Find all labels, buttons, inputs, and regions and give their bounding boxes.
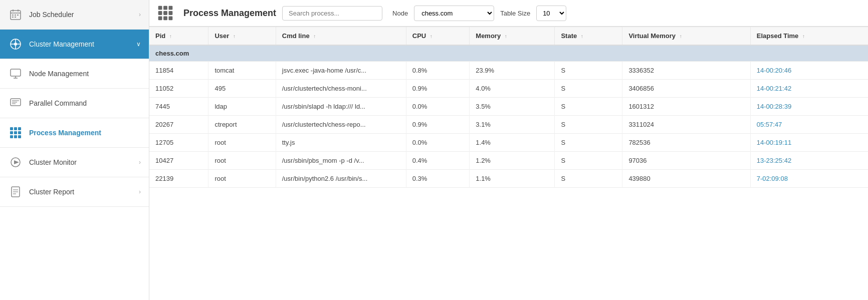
cell-cpu: 0.0% bbox=[406, 98, 470, 116]
sort-arrow-pid: ↑ bbox=[169, 34, 172, 39]
cell-virtual_memory: 782536 bbox=[622, 134, 750, 152]
cell-cmdline: /usr/clustertech/chess-moni... bbox=[276, 80, 406, 98]
chevron-down-icon: ∨ bbox=[136, 41, 141, 48]
cell-cpu: 0.9% bbox=[406, 80, 470, 98]
sidebar-item-cluster-report[interactable]: Cluster Report › bbox=[0, 177, 149, 207]
table-row[interactable]: 11052495/usr/clustertech/chess-moni...0.… bbox=[149, 80, 868, 98]
chevron-right-icon: › bbox=[139, 11, 141, 18]
svg-rect-15 bbox=[11, 69, 21, 76]
cell-elapsed_time: 05:57:47 bbox=[750, 116, 868, 134]
cell-cmdline: /usr/sbin/slapd -h ldap:/// ld... bbox=[276, 98, 406, 116]
cell-virtual_memory: 1601312 bbox=[622, 98, 750, 116]
sidebar-item-label: Cluster Report bbox=[29, 188, 74, 196]
cell-user: ctreport bbox=[208, 116, 276, 134]
sort-arrow-cmdline: ↑ bbox=[313, 34, 316, 39]
cell-pid: 10427 bbox=[149, 152, 208, 170]
cell-cpu: 0.3% bbox=[406, 170, 470, 188]
calendar-icon bbox=[8, 7, 23, 22]
topbar: Process Management Node chess.com Table … bbox=[149, 0, 868, 27]
col-header-cpu[interactable]: CPU ↑ bbox=[406, 27, 470, 45]
col-header-pid[interactable]: Pid ↑ bbox=[149, 27, 208, 45]
search-input[interactable] bbox=[282, 6, 382, 21]
sort-arrow-virtual-memory: ↑ bbox=[680, 34, 682, 39]
cell-state: S bbox=[555, 116, 622, 134]
sidebar-item-label: Job Scheduler bbox=[29, 11, 74, 19]
cell-cmdline: jsvc.exec -java-home /usr/c... bbox=[276, 62, 406, 80]
cell-elapsed_time: 14-00:28:39 bbox=[750, 98, 868, 116]
table-row[interactable]: 10427root/usr/sbin/pbs_mom -p -d /v...0.… bbox=[149, 152, 868, 170]
cell-virtual_memory: 439880 bbox=[622, 170, 750, 188]
sidebar-item-label: Cluster Monitor bbox=[29, 158, 77, 166]
col-header-cmdline[interactable]: Cmd line ↑ bbox=[276, 27, 406, 45]
table-size-label: Table Size bbox=[500, 10, 530, 17]
cell-cmdline: tty.js bbox=[276, 134, 406, 152]
cluster-icon bbox=[8, 37, 23, 52]
cell-memory: 3.5% bbox=[470, 98, 555, 116]
cell-memory: 1.4% bbox=[470, 134, 555, 152]
cell-cpu: 0.9% bbox=[406, 116, 470, 134]
sidebar-item-parallel-command[interactable]: Parallel Command bbox=[0, 89, 149, 118]
sidebar-item-process-management[interactable]: Process Management bbox=[0, 118, 149, 148]
table-row[interactable]: 20267ctreport/usr/clustertech/chess-repo… bbox=[149, 116, 868, 134]
cell-memory: 1.2% bbox=[470, 152, 555, 170]
sidebar: Job Scheduler › Cluster Management ∨ bbox=[0, 0, 149, 300]
cell-state: S bbox=[555, 80, 622, 98]
group-header-label: chess.com bbox=[149, 45, 868, 62]
group-header-row: chess.com bbox=[149, 45, 868, 62]
sort-arrow-user: ↑ bbox=[233, 34, 236, 39]
svg-rect-8 bbox=[15, 17, 16, 18]
sidebar-item-cluster-monitor[interactable]: Cluster Monitor › bbox=[0, 148, 149, 177]
table-row[interactable]: 11854tomcatjsvc.exec -java-home /usr/c..… bbox=[149, 62, 868, 80]
cell-user: 495 bbox=[208, 80, 276, 98]
cell-user: root bbox=[208, 134, 276, 152]
cell-state: S bbox=[555, 98, 622, 116]
col-header-user[interactable]: User ↑ bbox=[208, 27, 276, 45]
cell-user: ldap bbox=[208, 98, 276, 116]
sidebar-item-label: Cluster Management bbox=[29, 40, 94, 48]
cell-user: root bbox=[208, 170, 276, 188]
col-header-memory[interactable]: Memory ↑ bbox=[470, 27, 555, 45]
table-size-select[interactable]: 10 25 50 100 bbox=[536, 6, 566, 21]
cell-elapsed_time: 14-00:21:42 bbox=[750, 80, 868, 98]
table-row[interactable]: 7445ldap/usr/sbin/slapd -h ldap:/// ld..… bbox=[149, 98, 868, 116]
sidebar-item-job-scheduler[interactable]: Job Scheduler › bbox=[0, 0, 149, 30]
sort-arrow-cpu: ↑ bbox=[430, 34, 432, 39]
cell-cmdline: /usr/sbin/pbs_mom -p -d /v... bbox=[276, 152, 406, 170]
parallel-icon bbox=[8, 96, 23, 111]
cell-state: S bbox=[555, 152, 622, 170]
cell-elapsed_time: 7-02:09:08 bbox=[750, 170, 868, 188]
cell-memory: 23.9% bbox=[470, 62, 555, 80]
cell-elapsed_time: 13-23:25:42 bbox=[750, 152, 868, 170]
sidebar-item-node-management[interactable]: Node Management bbox=[0, 59, 149, 89]
sort-arrow-elapsed-time: ↑ bbox=[802, 34, 805, 39]
cell-pid: 22139 bbox=[149, 170, 208, 188]
chevron-right-icon: › bbox=[139, 188, 141, 195]
svg-rect-4 bbox=[12, 15, 14, 16]
cell-state: S bbox=[555, 134, 622, 152]
cell-virtual_memory: 3336352 bbox=[622, 62, 750, 80]
cell-pid: 7445 bbox=[149, 98, 208, 116]
cell-cpu: 0.8% bbox=[406, 62, 470, 80]
cell-pid: 11854 bbox=[149, 62, 208, 80]
cell-user: tomcat bbox=[208, 62, 276, 80]
node-label: Node bbox=[392, 10, 408, 17]
sidebar-item-cluster-management[interactable]: Cluster Management ∨ bbox=[0, 30, 149, 59]
table-row[interactable]: 12705roottty.js0.0%1.4%S78253614-00:19:1… bbox=[149, 134, 868, 152]
col-header-elapsed-time[interactable]: Elapsed Time ↑ bbox=[750, 27, 868, 45]
cell-pid: 12705 bbox=[149, 134, 208, 152]
col-header-state[interactable]: State ↑ bbox=[555, 27, 622, 45]
node-select[interactable]: chess.com bbox=[414, 6, 494, 21]
sort-arrow-state: ↑ bbox=[581, 34, 583, 39]
svg-rect-7 bbox=[12, 17, 14, 18]
table-row[interactable]: 22139root/usr/bin/python2.6 /usr/bin/s..… bbox=[149, 170, 868, 188]
cell-pid: 11052 bbox=[149, 80, 208, 98]
sidebar-item-label: Process Management bbox=[29, 129, 101, 137]
col-header-virtual-memory[interactable]: Virtual Memory ↑ bbox=[622, 27, 750, 45]
cell-virtual_memory: 3311024 bbox=[622, 116, 750, 134]
cell-memory: 1.1% bbox=[470, 170, 555, 188]
cell-memory: 4.0% bbox=[470, 80, 555, 98]
svg-rect-5 bbox=[15, 15, 16, 16]
main-content: Process Management Node chess.com Table … bbox=[149, 0, 868, 300]
cell-cpu: 0.4% bbox=[406, 152, 470, 170]
cell-memory: 3.1% bbox=[470, 116, 555, 134]
